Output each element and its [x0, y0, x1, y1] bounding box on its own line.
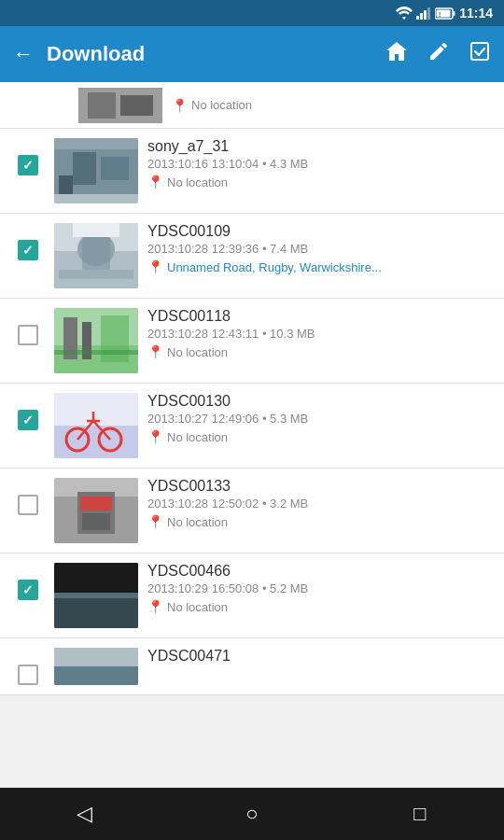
status-bar: ! 11:14: [0, 0, 504, 26]
status-time: 11:14: [459, 6, 493, 21]
list-item: YDSC00471: [0, 638, 504, 695]
battery-icon: !: [435, 7, 455, 20]
svg-rect-3: [427, 7, 430, 20]
list-item: YDSC00133 2013:10:28 12:50:02 • 3.2 MB 📍…: [0, 469, 504, 553]
svg-rect-15: [101, 157, 129, 180]
item-name: sony_a7_31: [147, 138, 493, 155]
thumbnail-sony: [54, 138, 138, 203]
location-pin-icon: 📍: [147, 599, 163, 614]
partial-location: 📍 No location: [172, 98, 252, 113]
nav-home-button[interactable]: ○: [224, 795, 280, 833]
location-text: No location: [167, 515, 228, 529]
item-name: YDSC00466: [147, 563, 493, 580]
nav-back-button[interactable]: ◁: [56, 795, 112, 833]
item-meta: 2013:10:28 12:50:02 • 3.2 MB: [147, 497, 493, 511]
location-pin-icon: 📍: [147, 344, 163, 359]
page-title: Download: [47, 42, 371, 66]
app-bar: ← Download: [0, 26, 504, 82]
item-meta: 2013:10:28 12:39:36 • 7.4 MB: [147, 242, 493, 256]
item-meta: 2013:10:27 12:49:06 • 5.3 MB: [147, 412, 493, 426]
location-text: No location: [167, 175, 228, 189]
checkbox-area[interactable]: [11, 308, 45, 345]
checkbox-ydsc471[interactable]: [18, 665, 38, 685]
svg-rect-46: [54, 563, 138, 593]
signal-icon: [416, 7, 431, 20]
item-meta: 2013:10:16 13:10:04 • 4.3 MB: [147, 157, 493, 171]
item-name: YDSC00118: [147, 308, 493, 325]
list-item: YDSC00466 2013:10:29 16:50:08 • 5.2 MB 📍…: [0, 553, 504, 638]
checkbox-ydsc130[interactable]: [18, 410, 38, 430]
list-item: YDSC00118 2013:10:28 12:43:11 • 10.3 MB …: [0, 299, 504, 384]
svg-rect-44: [54, 595, 138, 628]
item-info-ydsc118: YDSC00118 2013:10:28 12:43:11 • 10.3 MB …: [147, 308, 493, 359]
checkbox-ydsc133[interactable]: [18, 495, 38, 515]
item-info-ydsc471: YDSC00471: [147, 648, 493, 665]
checkbox-ydsc109[interactable]: [18, 240, 38, 260]
thumbnail-ydsc471: [54, 648, 138, 685]
content-area: 📍 No location sony_a7_31 2013:10:16 13:1…: [0, 82, 504, 695]
checkbox-area[interactable]: [11, 393, 45, 430]
checkbox-ydsc466[interactable]: [18, 580, 38, 600]
item-name: YDSC00471: [147, 648, 493, 665]
edit-icon[interactable]: [427, 40, 450, 68]
svg-rect-11: [120, 95, 153, 116]
item-info-ydsc130: YDSC00130 2013:10:27 12:49:06 • 5.3 MB 📍…: [147, 393, 493, 444]
partial-item-top: 📍 No location: [0, 82, 504, 129]
status-icons: ! 11:14: [396, 6, 493, 21]
location-pin-icon: 📍: [147, 259, 163, 274]
list-item: YDSC00109 2013:10:28 12:39:36 • 7.4 MB 📍…: [0, 214, 504, 299]
svg-rect-5: [454, 11, 455, 16]
item-info-sony: sony_a7_31 2013:10:16 13:10:04 • 4.3 MB …: [147, 138, 493, 189]
checkbox-area[interactable]: [11, 563, 45, 600]
list-item: sony_a7_31 2013:10:16 13:10:04 • 4.3 MB …: [0, 129, 504, 214]
svg-rect-23: [59, 270, 133, 279]
item-name: YDSC00133: [147, 478, 493, 495]
home-icon[interactable]: [385, 40, 409, 68]
item-meta: 2013:10:28 12:43:11 • 10.3 MB: [147, 327, 493, 341]
checkbox-ydsc118[interactable]: [18, 325, 38, 345]
svg-text:!: !: [439, 11, 441, 18]
svg-rect-0: [416, 16, 419, 20]
svg-rect-14: [73, 152, 96, 185]
nav-recents-button[interactable]: □: [392, 795, 448, 833]
back-button[interactable]: ←: [13, 42, 34, 66]
svg-rect-42: [82, 513, 110, 530]
item-info-ydsc466: YDSC00466 2013:10:29 16:50:08 • 5.2 MB 📍…: [147, 563, 493, 614]
partial-location-text: No location: [191, 98, 252, 112]
bottom-nav: ◁ ○ □: [0, 788, 504, 840]
check-box-icon[interactable]: [469, 40, 491, 68]
svg-rect-28: [101, 315, 129, 362]
item-name: YDSC00130: [147, 393, 493, 410]
checkbox-sony[interactable]: [18, 155, 38, 175]
svg-rect-21: [82, 232, 110, 270]
thumbnail-ydsc118: [54, 308, 138, 373]
partial-thumbnail: [78, 88, 162, 123]
svg-rect-49: [54, 648, 138, 666]
thumbnail-ydsc109: [54, 223, 138, 288]
svg-rect-17: [54, 138, 138, 149]
checkbox-area[interactable]: [11, 138, 45, 175]
checkbox-area[interactable]: [11, 648, 45, 685]
checkbox-area[interactable]: [11, 223, 45, 260]
item-name: YDSC00109: [147, 223, 493, 240]
app-bar-actions: [385, 40, 491, 68]
item-meta: 2013:10:29 16:50:08 • 5.2 MB: [147, 581, 493, 595]
svg-rect-41: [80, 497, 112, 511]
location-pin-icon: 📍: [172, 98, 188, 113]
svg-rect-10: [88, 92, 116, 119]
checkbox-area[interactable]: [11, 478, 45, 515]
wifi-icon: [396, 7, 413, 20]
item-location: 📍 No location: [147, 429, 493, 444]
svg-rect-29: [54, 350, 138, 355]
item-location: 📍 No location: [147, 514, 493, 529]
location-pin-icon: 📍: [147, 514, 163, 529]
item-location: 📍 No location: [147, 344, 493, 359]
svg-rect-8: [471, 43, 488, 60]
location-text: Unnamed Road, Rugby, Warwickshire...: [167, 260, 382, 274]
location-text: No location: [167, 345, 228, 359]
svg-rect-48: [54, 665, 138, 685]
item-location: 📍 No location: [147, 599, 493, 614]
item-location: 📍 No location: [147, 175, 493, 189]
location-pin-icon: 📍: [147, 175, 163, 189]
location-text: No location: [167, 600, 228, 614]
